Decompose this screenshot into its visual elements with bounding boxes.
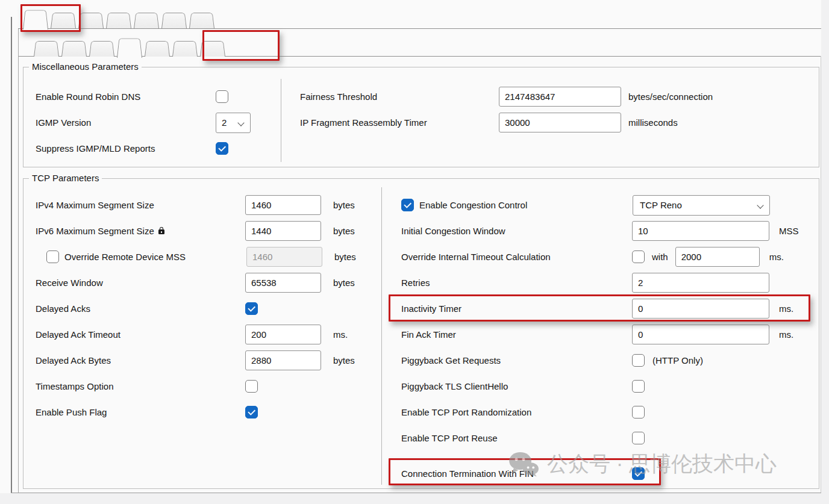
- param-row: Fin Ack Timer ms.: [401, 322, 799, 347]
- param-label: IPv6 Maximum Segment Size: [36, 226, 245, 236]
- app-window: Miscellaneous Parameters Enable Round Ro…: [0, 0, 829, 504]
- tab-esp[interactable]: [189, 10, 214, 28]
- igmp-version-select[interactable]: 2: [216, 113, 251, 133]
- param-label: Delayed Ack Timeout: [36, 329, 245, 340]
- unit-label: bytes: [333, 278, 355, 288]
- param-label: Receive Window: [36, 278, 245, 288]
- group-divider: [381, 187, 382, 485]
- param-label: Delayed Ack Bytes: [36, 355, 245, 366]
- enable-push-flag-checkbox[interactable]: [245, 406, 258, 418]
- param-label: Enable TCP Port Reuse: [401, 433, 632, 443]
- bottom-margin: [0, 493, 829, 504]
- connection-termination-with-fin-checkbox[interactable]: [632, 467, 645, 480]
- unit-label: bytes: [333, 355, 355, 366]
- inactivity-timer-input[interactable]: [632, 299, 769, 319]
- enable-tcp-port-reuse-checkbox[interactable]: [632, 432, 645, 444]
- param-label: Initial Congestion Window: [401, 226, 632, 236]
- param-row: IGMP Version 2: [36, 110, 251, 135]
- param-label: Timestamps Option: [36, 381, 245, 391]
- tab-server[interactable]: [51, 10, 76, 28]
- override-internal-timeout-input[interactable]: [675, 247, 760, 267]
- receive-window-input[interactable]: [245, 273, 321, 293]
- with-label: with: [652, 252, 668, 262]
- param-row: IPv6 Maximum Segment Size bytes: [36, 218, 356, 244]
- override-remote-device-mss-input: [246, 247, 322, 267]
- tab-run[interactable]: [134, 10, 159, 28]
- timestamps-option-checkbox[interactable]: [245, 380, 258, 393]
- tab-ports[interactable]: [172, 38, 198, 57]
- tab-actions[interactable]: [61, 38, 87, 57]
- group-title: Miscellaneous Parameters: [29, 61, 142, 72]
- misc-right-column: Fairness Threshold bytes/sec/connection …: [300, 84, 713, 135]
- initial-congestion-window-input[interactable]: [632, 221, 769, 241]
- tab-associations[interactable]: [200, 38, 225, 57]
- param-label: Override Internal Timeout Calculation: [401, 252, 632, 262]
- congestion-algorithm-select[interactable]: TCP Reno: [633, 195, 770, 216]
- group-title: TCP Parameters: [29, 173, 102, 183]
- param-row: Enable Congestion Control TCP Reno: [401, 192, 799, 218]
- tab-notes[interactable]: [106, 10, 131, 28]
- param-row: Enable Round Robin DNS: [36, 84, 251, 110]
- param-label: Retries: [401, 278, 632, 288]
- retries-input[interactable]: [632, 273, 769, 293]
- tab-profiles[interactable]: [89, 38, 114, 57]
- misc-left-column: Enable Round Robin DNS IGMP Version 2 Su…: [36, 84, 251, 161]
- ipv6-mss-input[interactable]: [245, 221, 321, 241]
- delayed-ack-bytes-input[interactable]: [245, 350, 321, 370]
- delayed-ack-timeout-input[interactable]: [245, 325, 321, 344]
- param-label: IGMP Version: [36, 117, 216, 128]
- piggyback-get-requests-checkbox[interactable]: [632, 354, 645, 367]
- enable-tcp-port-randomization-checkbox[interactable]: [632, 406, 645, 418]
- param-row: Inactivity Timer ms.: [401, 296, 799, 322]
- param-row: Initial Congestion Window MSS: [401, 218, 799, 244]
- delayed-acks-checkbox[interactable]: [245, 302, 258, 315]
- tcp-parameters-group: TCP Parameters IPv4 Maximum Segment Size…: [23, 178, 819, 489]
- ipv4-mss-input[interactable]: [245, 195, 321, 215]
- param-row: Override Internal Timeout Calculation wi…: [401, 244, 799, 270]
- http-only-note: (HTTP Only): [652, 355, 703, 366]
- param-row: Enable TCP Port Randomization: [401, 399, 799, 425]
- param-label: Enable Round Robin DNS: [36, 92, 216, 102]
- param-label: Piggyback TLS ClientHello: [401, 381, 632, 391]
- unit-label: ms.: [769, 252, 784, 262]
- tab-network[interactable]: [117, 34, 142, 58]
- tab-content-files[interactable]: [78, 10, 104, 28]
- tabrow1-divider: [18, 28, 821, 29]
- unit-label: bytes/sec/connection: [628, 92, 713, 102]
- param-label: Enable Push Flag: [36, 407, 245, 417]
- tab-subnets[interactable]: [145, 38, 170, 57]
- param-label: Delayed Acks: [36, 303, 245, 314]
- tab-client[interactable]: [23, 6, 48, 30]
- param-row: Delayed Acks: [36, 296, 356, 322]
- suppress-igmp-mld-reports-checkbox[interactable]: [216, 142, 228, 155]
- enable-congestion-control-checkbox[interactable]: [401, 199, 414, 211]
- param-row: Piggyback Get Requests (HTTP Only): [401, 347, 799, 373]
- param-row: Timestamps Option: [36, 373, 356, 399]
- panel-right-border: [821, 56, 821, 493]
- fin-ack-timer-input[interactable]: [632, 325, 769, 344]
- param-row: Override Remote Device MSS bytes: [36, 244, 356, 270]
- group-divider: [281, 79, 281, 162]
- param-label: Override Remote Device MSS: [64, 252, 246, 262]
- param-label: Enable Congestion Control: [419, 200, 633, 210]
- fairness-threshold-input[interactable]: [499, 87, 621, 107]
- param-label: IPv4 Maximum Segment Size: [36, 200, 245, 210]
- piggyback-tls-clienthello-checkbox[interactable]: [632, 380, 645, 393]
- param-row: Delayed Ack Bytes bytes: [36, 347, 356, 373]
- param-label: IP Fragment Reassembly Timer: [300, 117, 499, 128]
- miscellaneous-parameters-group: Miscellaneous Parameters Enable Round Ro…: [23, 67, 819, 167]
- override-internal-timeout-checkbox[interactable]: [632, 250, 645, 263]
- param-row: IP Fragment Reassembly Timer millisecond…: [300, 110, 713, 135]
- param-row: Enable Push Flag: [36, 399, 356, 425]
- override-remote-device-mss-checkbox[interactable]: [46, 250, 59, 263]
- param-label: Fairness Threshold: [300, 92, 499, 102]
- unit-label: bytes: [333, 226, 355, 236]
- tcp-right-column: Enable Congestion Control TCP Reno Initi…: [401, 192, 799, 487]
- tcp-left-column: IPv4 Maximum Segment Size bytes IPv6 Max…: [36, 192, 356, 425]
- tab-loads[interactable]: [34, 38, 59, 57]
- param-row: Suppress IGMP/MLD Reports: [36, 135, 251, 161]
- chevron-down-icon: [237, 119, 244, 126]
- ip-fragment-reassembly-timer-input[interactable]: [499, 113, 621, 132]
- enable-round-robin-dns-checkbox[interactable]: [216, 90, 228, 103]
- tab-results[interactable]: [161, 10, 187, 28]
